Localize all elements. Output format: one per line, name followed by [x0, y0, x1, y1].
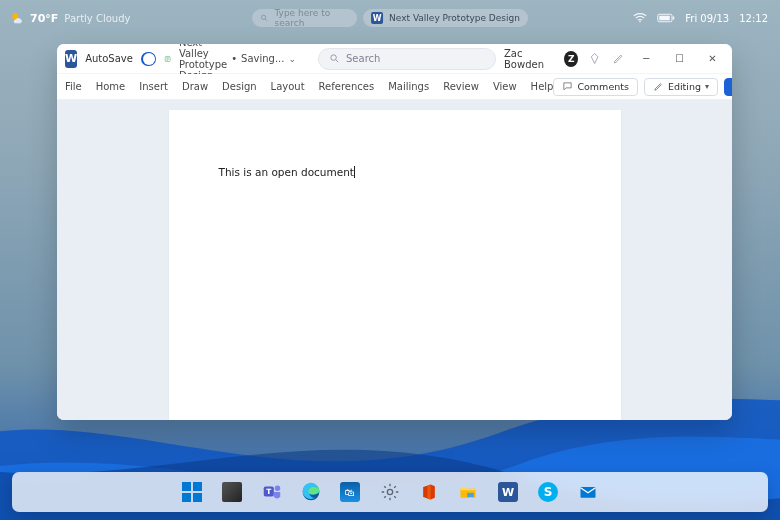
comment-icon [562, 81, 573, 92]
weather-condition: Partly Cloudy [64, 13, 130, 24]
svg-rect-6 [673, 17, 675, 20]
wifi-icon[interactable] [633, 13, 647, 23]
editing-mode-button[interactable]: Editing ▾ [644, 78, 718, 96]
title-bar: W AutoSave On Next Valley Prototype Desi… [57, 44, 732, 74]
svg-point-18 [387, 489, 392, 494]
maximize-button[interactable]: ☐ [668, 46, 691, 72]
system-app-pill[interactable]: W Next Valley Prototype Design [363, 9, 528, 27]
svg-rect-12 [182, 493, 191, 502]
word-mini-icon: W [371, 12, 383, 24]
system-top-bar: 70°F Partly Cloudy Type here to search W… [0, 6, 780, 30]
skype-icon[interactable]: S [537, 481, 559, 503]
pen-icon[interactable] [612, 51, 625, 66]
svg-line-9 [336, 60, 338, 62]
taskview-button[interactable] [221, 481, 243, 503]
close-button[interactable]: ✕ [701, 46, 724, 72]
search-icon [260, 13, 268, 23]
autosave-label: AutoSave [85, 53, 133, 64]
document-page[interactable]: This is an open document [169, 110, 621, 420]
autosave-toggle[interactable]: On [141, 52, 156, 66]
tab-review[interactable]: Review [443, 81, 479, 92]
word-window: W AutoSave On Next Valley Prototype Desi… [57, 44, 732, 420]
tab-draw[interactable]: Draw [182, 81, 208, 92]
svg-rect-10 [182, 482, 191, 491]
tab-file[interactable]: File [65, 81, 82, 92]
document-area: This is an open document [57, 100, 732, 420]
svg-point-3 [639, 21, 641, 23]
search-icon [329, 53, 340, 64]
editing-label: Editing [668, 81, 701, 92]
chevron-down-icon: ⌄ [288, 54, 296, 64]
tab-insert[interactable]: Insert [139, 81, 168, 92]
word-app-icon: W [65, 50, 77, 68]
pencil-icon [653, 81, 664, 92]
tab-layout[interactable]: Layout [271, 81, 305, 92]
svg-rect-11 [193, 482, 202, 491]
document-status: Saving... [241, 53, 284, 64]
system-time[interactable]: 12:12 [739, 13, 768, 24]
document-body-text: This is an open document [219, 166, 355, 178]
svg-rect-5 [660, 16, 671, 21]
avatar: Z [564, 51, 578, 67]
weather-temp: 70°F [30, 12, 58, 25]
store-icon[interactable]: 🛍 [339, 481, 361, 503]
tab-references[interactable]: References [319, 81, 375, 92]
settings-icon[interactable] [379, 481, 401, 503]
word-taskbar-icon[interactable]: W [497, 481, 519, 503]
comments-label: Comments [577, 81, 629, 92]
taskbar: T 🛍 W S [12, 472, 768, 512]
toggle-knob [143, 53, 155, 65]
share-button[interactable]: Share ▾ [724, 78, 732, 96]
battery-icon[interactable] [657, 13, 675, 23]
tab-design[interactable]: Design [222, 81, 257, 92]
svg-point-1 [261, 15, 265, 19]
system-date[interactable]: Fri 09/13 [685, 13, 729, 24]
svg-point-8 [331, 55, 337, 61]
user-name: Zac Bowden [504, 48, 558, 70]
system-search-placeholder: Type here to search [274, 8, 349, 28]
tab-mailings[interactable]: Mailings [388, 81, 429, 92]
minimize-button[interactable]: ─ [635, 46, 658, 72]
teams-icon[interactable]: T [261, 481, 283, 503]
system-search[interactable]: Type here to search [252, 9, 357, 27]
svg-point-16 [275, 486, 281, 492]
system-app-title: Next Valley Prototype Design [389, 13, 520, 23]
user-account[interactable]: Zac Bowden Z [504, 48, 578, 70]
start-button[interactable] [181, 481, 203, 503]
edge-icon[interactable] [301, 482, 321, 502]
tab-home[interactable]: Home [96, 81, 126, 92]
svg-line-2 [265, 19, 267, 21]
file-explorer-icon[interactable] [457, 481, 479, 503]
mail-icon[interactable] [577, 481, 599, 503]
weather-widget[interactable]: 70°F Partly Cloudy [10, 11, 130, 25]
diamond-icon[interactable] [588, 51, 601, 66]
tab-view[interactable]: View [493, 81, 517, 92]
svg-rect-13 [193, 493, 202, 502]
svg-text:T: T [266, 487, 271, 496]
save-location-icon[interactable] [164, 51, 171, 67]
ribbon: File Home Insert Draw Design Layout Refe… [57, 74, 732, 100]
weather-icon [10, 11, 24, 25]
tab-help[interactable]: Help [531, 81, 554, 92]
svg-rect-19 [467, 493, 474, 497]
office-icon[interactable] [419, 482, 439, 502]
comments-button[interactable]: Comments [553, 78, 638, 96]
app-search[interactable]: Search [318, 48, 496, 70]
chevron-down-icon: ▾ [705, 82, 709, 91]
app-search-placeholder: Search [346, 53, 380, 64]
